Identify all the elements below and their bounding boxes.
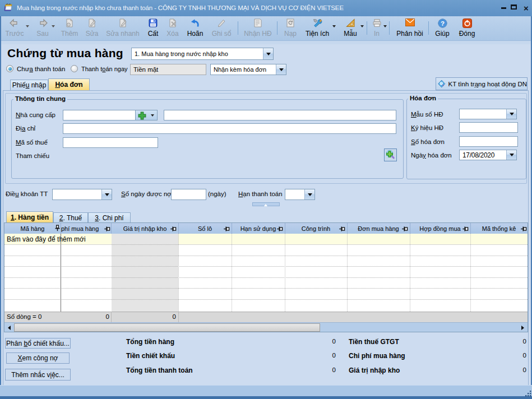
svg-text:?: ? — [440, 20, 444, 27]
